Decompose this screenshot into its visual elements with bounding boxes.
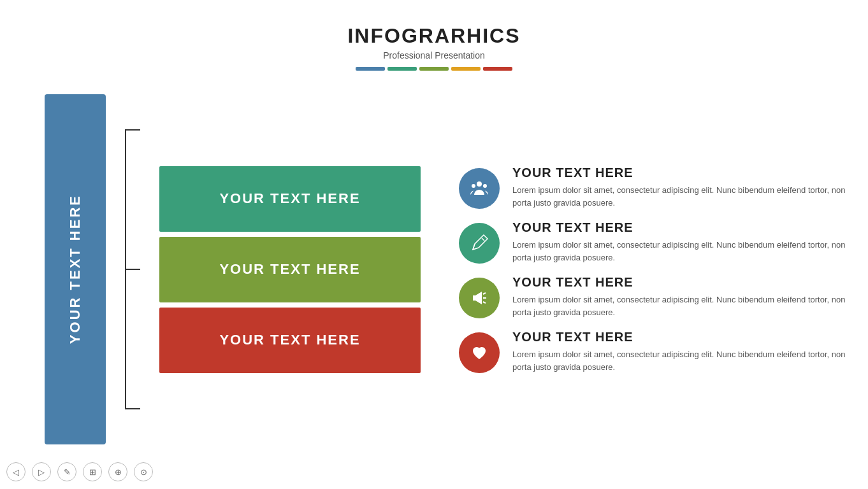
svg-rect-4 — [473, 296, 475, 301]
color-bar — [0, 67, 868, 71]
toolbar-forward-button[interactable]: ▷ — [32, 462, 51, 481]
info-item-3: YOUR TEXT HERE Lorem ipsum dolor sit ame… — [459, 275, 849, 318]
box-1: YOUR TEXT HERE — [159, 166, 421, 232]
people-icon — [469, 178, 489, 199]
svg-line-7 — [483, 302, 486, 303]
info-section: YOUR TEXT HERE Lorem ipsum dolor sit ame… — [459, 94, 849, 444]
main-content: YOUR TEXT HERE YOUR TEXT HERE YOUR TEXT … — [45, 94, 849, 444]
box-2-label: YOUR TEXT HERE — [219, 261, 360, 278]
info-text-2: YOUR TEXT HERE Lorem ipsum dolor sit ame… — [512, 220, 849, 264]
box-3: YOUR TEXT HERE — [159, 308, 421, 373]
toolbar-edit-button[interactable]: ✎ — [57, 462, 76, 481]
toolbar-more-button[interactable]: ⊙ — [134, 462, 153, 481]
box-3-label: YOUR TEXT HERE — [219, 332, 360, 348]
info-desc-1: Lorem ipsum dolor sit amet, consectetur … — [512, 184, 849, 209]
info-title-1: YOUR TEXT HERE — [512, 166, 849, 180]
svg-point-2 — [483, 184, 487, 188]
box-2: YOUR TEXT HERE — [159, 237, 421, 302]
boxes-bracket-section: YOUR TEXT HERE YOUR TEXT HERE YOUR TEXT … — [125, 94, 421, 444]
toolbar: ◁ ▷ ✎ ⊞ ⊕ ⊙ — [6, 462, 153, 481]
header: INFOGRARHICS Professional Presentation — [0, 0, 868, 71]
box-1-label: YOUR TEXT HERE — [219, 190, 360, 207]
svg-line-5 — [483, 293, 486, 294]
sidebar-label: YOUR TEXT HERE — [67, 194, 83, 344]
info-item-2: YOUR TEXT HERE Lorem ipsum dolor sit ame… — [459, 220, 849, 264]
color-segment-4 — [451, 67, 481, 71]
megaphone-icon — [469, 288, 489, 308]
page-title: INFOGRARHICS — [0, 24, 868, 48]
toolbar-grid-button[interactable]: ⊞ — [83, 462, 102, 481]
info-text-1: YOUR TEXT HERE Lorem ipsum dolor sit ame… — [512, 166, 849, 209]
info-item-4: YOUR TEXT HERE Lorem ipsum dolor sit ame… — [459, 330, 849, 373]
bracket-line-bottom — [125, 408, 140, 409]
icon-circle-1 — [459, 168, 500, 209]
icon-circle-2 — [459, 223, 500, 264]
bracket — [125, 94, 140, 444]
info-desc-2: Lorem ipsum dolor sit amet, consectetur … — [512, 239, 849, 264]
color-segment-5 — [483, 67, 512, 71]
toolbar-zoom-button[interactable]: ⊕ — [108, 462, 127, 481]
color-segment-3 — [419, 67, 449, 71]
color-segment-1 — [356, 67, 385, 71]
svg-point-1 — [472, 184, 475, 188]
info-title-3: YOUR TEXT HERE — [512, 275, 849, 290]
bracket-line-top — [125, 129, 140, 131]
page-subtitle: Professional Presentation — [0, 50, 868, 60]
info-title-2: YOUR TEXT HERE — [512, 220, 849, 235]
bracket-line-mid — [125, 269, 140, 270]
color-segment-2 — [387, 67, 417, 71]
heart-icon — [469, 343, 489, 363]
info-text-4: YOUR TEXT HERE Lorem ipsum dolor sit ame… — [512, 330, 849, 373]
toolbar-back-button[interactable]: ◁ — [6, 462, 25, 481]
pencil-icon — [469, 233, 489, 253]
svg-point-0 — [477, 181, 482, 187]
info-desc-3: Lorem ipsum dolor sit amet, consectetur … — [512, 294, 849, 318]
info-text-3: YOUR TEXT HERE Lorem ipsum dolor sit ame… — [512, 275, 849, 318]
sidebar-bar: YOUR TEXT HERE — [45, 94, 106, 444]
icon-circle-4 — [459, 332, 500, 373]
info-item-1: YOUR TEXT HERE Lorem ipsum dolor sit ame… — [459, 166, 849, 209]
info-title-4: YOUR TEXT HERE — [512, 330, 849, 344]
boxes-container: YOUR TEXT HERE YOUR TEXT HERE YOUR TEXT … — [159, 166, 421, 373]
icon-circle-3 — [459, 278, 500, 318]
info-desc-4: Lorem ipsum dolor sit amet, consectetur … — [512, 348, 849, 373]
